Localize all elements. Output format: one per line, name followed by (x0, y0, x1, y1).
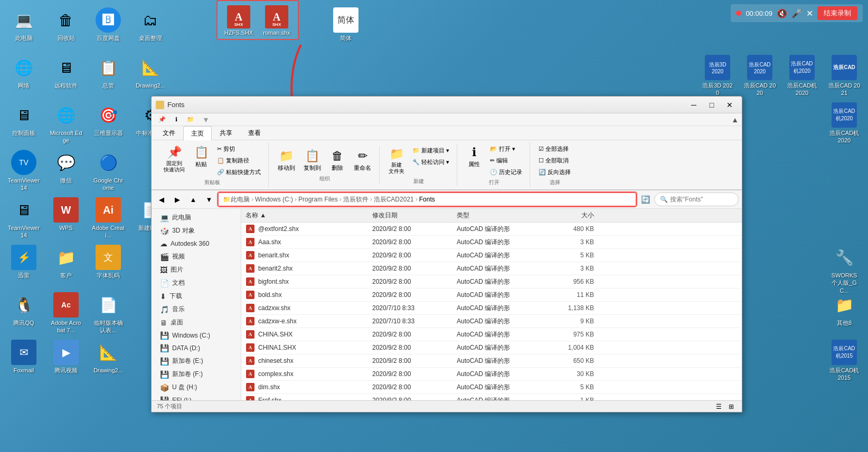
sidebar-item-downloads[interactable]: ⬇ 下载 (152, 290, 241, 303)
desktop-icon-3d-display[interactable]: 🎯 三维显示器 (90, 100, 127, 139)
end-recording-button[interactable]: 结束录制 (817, 6, 857, 20)
sidebar-item-video[interactable]: 🎬 视频 (152, 250, 241, 263)
table-row[interactable]: A @extfont2.shx 2020/9/2 8:00 AutoCAD 编译… (241, 223, 742, 236)
copy-path-button[interactable]: 📋 复制路径 (214, 155, 264, 166)
table-row[interactable]: A cadzxw.shx 2020/7/10 8:33 AutoCAD 编译的形… (241, 302, 742, 315)
cut-button[interactable]: ✂ 剪切 (214, 143, 264, 155)
desktop-icon-hzcad2020-2[interactable]: 浩辰CAD机2020 浩辰CAD机2020 (784, 53, 820, 99)
roman-shx-icon[interactable]: SHX roman.shx (259, 4, 295, 36)
desktop-icon-adobe[interactable]: Ai Adobe Creati... (90, 195, 127, 242)
pin-to-quickaccess-button[interactable]: 📌 固定到快速访问 (160, 143, 188, 175)
edit-button[interactable]: ✏ 编辑 (487, 155, 525, 166)
table-row[interactable]: A bold.shx 2020/9/2 8:00 AutoCAD 编译的形 11… (241, 288, 742, 302)
sidebar-item-data-d[interactable]: 💾 DATA (D:) (152, 342, 241, 354)
history-button[interactable]: 🕐 历史记录 (487, 167, 525, 178)
header-size[interactable]: 大小 (541, 211, 594, 220)
close-button[interactable]: ✕ (722, 99, 738, 111)
sidebar-item-pictures[interactable]: 🖼 图片 (152, 263, 241, 276)
desktop-icon-baidu[interactable]: 🅱 百度网盘 (90, 5, 127, 44)
desktop-icon-qq[interactable]: 🐧 腾讯QQ (5, 290, 42, 329)
desktop-icon-other8[interactable]: 📁 其他8 (826, 290, 863, 329)
desktop-icon-customer[interactable]: 📁 客户 (48, 243, 84, 281)
table-row[interactable]: A benarit2.shx 2020/9/2 8:00 AutoCAD 编译的… (241, 262, 742, 275)
address-path[interactable]: 📁 此电脑 › Windows (C:) › Program Files › 浩… (218, 193, 636, 206)
desktop-icon-hzcad2015[interactable]: 浩辰CAD机2015 浩辰CAD机2015 (826, 338, 863, 384)
desktop-icon-manager[interactable]: 📋 总管 (90, 53, 127, 91)
header-date[interactable]: 修改日期 (372, 211, 457, 220)
desktop-icon-hzcad2021[interactable]: 浩辰CAD 浩辰CAD 2021 (826, 53, 863, 99)
tab-share[interactable]: 共享 (212, 126, 240, 140)
sidebar-item-drive-f[interactable]: 💾 新加卷 (F:) (152, 368, 241, 381)
sidebar-item-documents[interactable]: 📄 文档 (152, 276, 241, 290)
move-to-button[interactable]: 📁 移动到 (274, 147, 299, 174)
desktop-icon-drawing2[interactable]: 📐 Drawing2... (132, 53, 169, 91)
desktop-icon-hzcad2020-3[interactable]: 浩辰CAD 2020 浩辰CAD 2020 (741, 53, 778, 99)
recent-locations-button[interactable]: ▼ (202, 193, 216, 206)
desktop-icon-hz3d2020[interactable]: 浩辰3D 2020 浩辰3D 2020 (699, 53, 736, 99)
desktop-icon-jianti[interactable]: 简体 简体 (327, 5, 364, 44)
hzfs-shx-icon[interactable]: SHX HZFS.SHX (221, 4, 257, 36)
sidebar-item-autodesk[interactable]: ☁ Autodesk 360 (152, 237, 241, 250)
header-type[interactable]: 类型 (457, 211, 541, 220)
new-item-button[interactable]: 📁 新建项目 ▾ (409, 145, 452, 156)
header-name[interactable]: 名称 ▲ (246, 211, 372, 220)
paste-shortcut-button[interactable]: 🔗 粘贴快捷方式 (214, 167, 264, 178)
desktop-icon-font-error[interactable]: 文 字体乱码 (90, 243, 127, 281)
desktop-icon-desk-manager[interactable]: 🗂 桌面整理 (132, 5, 169, 44)
sidebar-item-3d[interactable]: 🎲 3D 对象 (152, 224, 241, 237)
tab-home[interactable]: 主页 (183, 126, 212, 140)
table-row[interactable]: A dim.shx 2020/9/2 8:00 AutoCAD 编译的形 5 K… (241, 381, 742, 394)
properties-quick-button[interactable]: ℹ (172, 114, 181, 124)
table-row[interactable]: A chineset.shx 2020/9/2 8:00 AutoCAD 编译的… (241, 354, 742, 368)
toolbar-arrow[interactable]: ▼ (202, 116, 210, 124)
sidebar-item-usb-h[interactable]: 📦 U 盘 (H:) (152, 381, 241, 394)
new-folder-quick-button[interactable]: 📁 (183, 114, 198, 124)
desktop-icon-control-panel[interactable]: 🖥 控制面板 (5, 100, 42, 139)
desktop-icon-edge[interactable]: 🌐 Microsoft Edge (48, 100, 84, 147)
forward-button[interactable]: ▶ (171, 193, 184, 206)
search-input[interactable] (670, 196, 728, 203)
desktop-icon-wps[interactable]: W WPS (48, 195, 84, 234)
refresh-button[interactable]: 🔄 (638, 193, 652, 206)
invert-select-button[interactable]: 🔄 反向选择 (535, 167, 574, 178)
desktop-icon-acrobat[interactable]: Ac Adobe Acrobat 7... (48, 290, 84, 336)
sidebar-item-music[interactable]: 🎵 音乐 (152, 303, 241, 316)
desktop-icon-temp-file[interactable]: 📄 临时版本确认表... (90, 290, 127, 336)
desktop-icon-recycle[interactable]: 🗑 回收站 (48, 5, 84, 44)
desktop-icon-foxmail[interactable]: ✉ Foxmail (5, 338, 42, 376)
desktop-icon-teamviewer2[interactable]: 🖥 TeamViewer 14 (5, 195, 42, 242)
mic-off-icon[interactable]: 🎤 (791, 8, 802, 18)
up-button[interactable]: ▲ (186, 193, 200, 206)
ribbon-toggle[interactable]: ▲ (731, 116, 739, 124)
desktop-icon-remote[interactable]: 🖥 远程软件 (48, 53, 84, 91)
desktop-icon-wechat[interactable]: 💬 微信 (48, 148, 84, 186)
table-row[interactable]: A bigfont.shx 2020/9/2 8:00 AutoCAD 编译的形… (241, 275, 742, 288)
mute-icon[interactable]: 🔇 (777, 8, 787, 18)
tab-view[interactable]: 查看 (240, 126, 269, 140)
delete-button[interactable]: 🗑 删除 (326, 147, 349, 174)
back-button[interactable]: ◀ (155, 193, 168, 206)
minimize-button[interactable]: ─ (686, 99, 702, 111)
sidebar-item-drive-e[interactable]: 💾 新加卷 (E:) (152, 354, 241, 368)
large-icon-view-button[interactable]: ⊞ (726, 402, 737, 411)
table-row[interactable]: A cadzxw-e.shx 2020/7/10 8:33 AutoCAD 编译… (241, 315, 742, 328)
desktop-icon-network[interactable]: 🌐 网络 (5, 53, 42, 91)
table-row[interactable]: A CHINA.SHX 2020/9/2 8:00 AutoCAD 编译的形 9… (241, 328, 742, 341)
detail-view-button[interactable]: ☰ (713, 402, 724, 411)
table-row[interactable]: A benarit.shx 2020/9/2 8:00 AutoCAD 编译的形… (241, 249, 742, 262)
select-all-button[interactable]: ☑ 全部选择 (535, 143, 574, 155)
desktop-icon-teamviewer[interactable]: TV TeamViewer 14 (5, 148, 42, 194)
desktop-icon-xunlei[interactable]: ⚡ 迅雷 (5, 243, 42, 281)
easy-access-button[interactable]: 🔧 轻松访问 ▾ (409, 157, 452, 168)
table-row[interactable]: A complex.shx 2020/9/2 8:00 AutoCAD 编译的形… (241, 368, 742, 381)
sidebar-item-desktop[interactable]: 🖥 桌面 (152, 316, 241, 329)
desktop-icon-chrome[interactable]: 🔵 Google Chrome (90, 148, 127, 194)
desktop-icon-tencent-video[interactable]: ▶ 腾讯视频 (48, 338, 84, 376)
table-row[interactable]: A Eref.shx 2020/9/2 8:00 AutoCAD 编译的形 1 … (241, 394, 742, 400)
sidebar-item-efi-i[interactable]: 💾 EFI (I:) (152, 394, 241, 400)
copy-to-button[interactable]: 📋 复制到 (300, 147, 325, 174)
desktop-icon-hzcadmac2020[interactable]: 浩辰CAD机2020 浩辰CAD机2020 (826, 100, 863, 147)
desktop-icon-drawing2b[interactable]: 📐 Drawing2... (90, 338, 127, 376)
maximize-button[interactable]: □ (704, 99, 720, 111)
table-row[interactable]: A Aaa.shx 2020/9/2 8:00 AutoCAD 编译的形 3 K… (241, 236, 742, 249)
